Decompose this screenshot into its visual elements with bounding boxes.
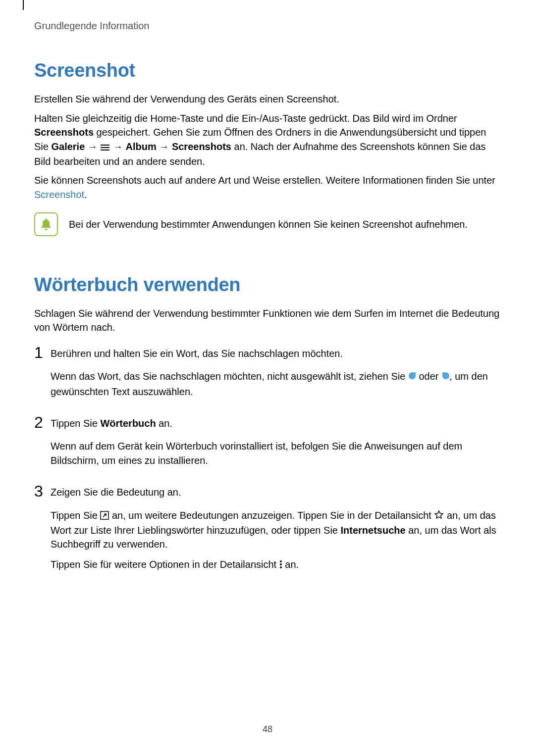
text-span: Halten Sie gleichzeitig die Home-Taste u… [34, 113, 457, 124]
svg-point-6 [280, 563, 282, 565]
step-number: 1 [34, 345, 44, 360]
crop-mark [23, 0, 24, 10]
text-span: → [157, 141, 172, 152]
body-text: Halten Sie gleichzeitig die Home-Taste u… [34, 111, 501, 169]
text-span: Tippen Sie für weitere Optionen in der D… [51, 559, 279, 570]
text-span: an, um weitere Bedeutungen anzuzeigen. T… [109, 510, 434, 521]
page-number: 48 [0, 723, 535, 736]
document-page: Grundlegende Information Screenshot Erst… [0, 0, 535, 756]
text-span: oder [416, 371, 441, 382]
star-outline-icon [434, 509, 444, 523]
selection-handle-right-icon [441, 370, 449, 384]
step-block: 2 Tippen Sie Wörterbuch an. Wenn auf dem… [34, 416, 501, 473]
step-number: 2 [34, 414, 44, 430]
hamburger-menu-icon [100, 141, 110, 154]
text-span: → [85, 141, 100, 152]
heading-screenshot: Screenshot [34, 57, 501, 84]
text-span: Tippen Sie [51, 510, 100, 521]
body-text: Wenn das Wort, das Sie nachschlagen möch… [51, 369, 501, 399]
step-block: 1 Berühren und halten Sie ein Wort, das … [34, 347, 501, 404]
expand-icon [100, 509, 109, 523]
text-span: an. [156, 418, 172, 429]
svg-line-4 [103, 514, 106, 517]
body-text: Tippen Sie Wörterbuch an. [51, 416, 501, 430]
text-bold: Screenshots [34, 127, 94, 138]
body-text: Zeigen Sie die Bedeutung an. [51, 485, 501, 499]
body-text: Erstellen Sie während der Verwendung des… [34, 92, 501, 106]
note-text: Bei der Verwendung bestimmter Anwendunge… [69, 212, 501, 231]
body-text: Sie können Screenshots auch auf andere A… [34, 173, 501, 202]
bell-note-icon [34, 212, 58, 236]
text-bold: Wörterbuch [100, 418, 156, 429]
text-bold: Screenshots [172, 141, 231, 152]
step-body: Tippen Sie Wörterbuch an. Wenn auf dem G… [51, 416, 501, 473]
step-body: Berühren und halten Sie ein Wort, das Si… [51, 347, 501, 404]
text-bold: Galerie [51, 141, 85, 152]
text-span: Sie können Screenshots auch auf andere A… [34, 175, 495, 186]
breadcrumb: Grundlegende Information [34, 19, 501, 33]
text-span: . [84, 189, 87, 200]
text-bold: Internetsuche [341, 525, 406, 536]
step-number: 3 [34, 483, 44, 499]
text-span: an. [282, 559, 299, 570]
link-screenshot[interactable]: Screenshot [34, 189, 84, 200]
step-body: Zeigen Sie die Bedeutung an. Tippen Sie … [51, 485, 501, 578]
text-span: Tippen Sie [51, 418, 100, 429]
body-text: Schlagen Sie während der Verwendung best… [34, 306, 501, 335]
body-text: Tippen Sie an, um weitere Bedeutungen an… [51, 508, 501, 552]
body-text: Berühren und halten Sie ein Wort, das Si… [51, 347, 501, 360]
text-bold: Album [126, 141, 157, 152]
body-text: Tippen Sie für weitere Optionen in der D… [51, 557, 501, 572]
text-span: → [110, 141, 125, 152]
heading-dictionary: Wörterbuch verwenden [34, 272, 501, 299]
svg-point-7 [280, 566, 282, 568]
note-block: Bei der Verwendung bestimmter Anwendunge… [34, 212, 501, 236]
text-span: Wenn das Wort, das Sie nachschlagen möch… [51, 371, 408, 382]
svg-point-5 [280, 560, 282, 562]
step-block: 3 Zeigen Sie die Bedeutung an. Tippen Si… [34, 485, 501, 578]
selection-handle-left-icon [408, 370, 416, 384]
body-text: Wenn auf dem Gerät kein Wörterbuch vorin… [51, 439, 501, 467]
